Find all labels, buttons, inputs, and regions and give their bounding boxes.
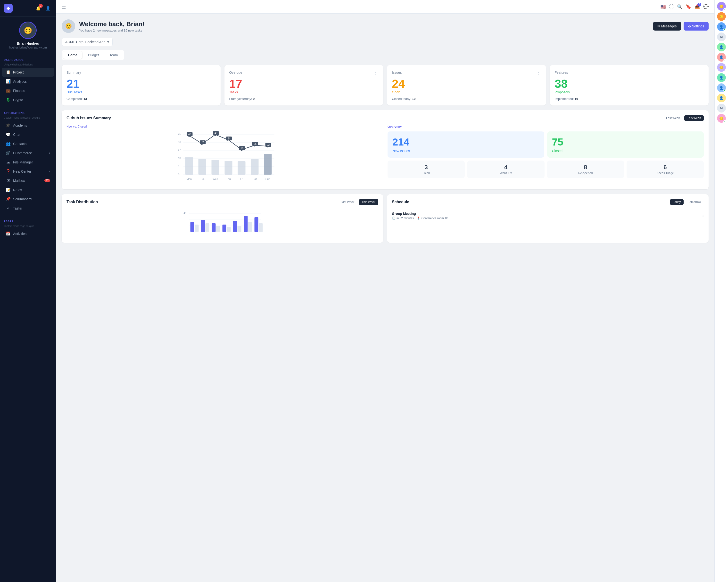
sidebar-item-tasks[interactable]: ✓ Tasks bbox=[2, 204, 54, 213]
right-avatar-8[interactable]: 👤 bbox=[717, 83, 726, 92]
right-avatar-4[interactable]: 👤 bbox=[717, 43, 726, 51]
task-this-week-tab[interactable]: This Week bbox=[359, 199, 378, 205]
helpcenter-arrow: › bbox=[49, 170, 50, 173]
applications-sublabel: Custom made application designs bbox=[0, 116, 56, 120]
welcome-bar: 😊 Welcome back, Brian! You have 2 new me… bbox=[62, 20, 709, 33]
right-avatar-0[interactable]: 😊 bbox=[717, 2, 726, 11]
svg-rect-62 bbox=[244, 216, 248, 232]
triage-num: 6 bbox=[630, 164, 700, 171]
right-sidebar: 😊 😐 👤 M 👤 👤 😊 👤 👤 👤 M 😊 bbox=[714, 0, 728, 582]
right-avatar-7[interactable]: 👤 bbox=[717, 73, 726, 82]
search-icon[interactable]: 🔍 bbox=[677, 4, 682, 9]
sidebar-item-label: Crypto bbox=[13, 98, 23, 102]
sidebar-item-contacts[interactable]: 👥 Contacts bbox=[2, 139, 54, 148]
welcome-subtitle: You have 2 new messages and 15 new tasks bbox=[79, 29, 145, 32]
sidebar-item-activities[interactable]: 📅 Activities bbox=[2, 229, 54, 238]
settings-button[interactable]: ⚙ Settings bbox=[683, 22, 709, 31]
sidebar-item-label: Project bbox=[13, 70, 24, 74]
right-avatar-9[interactable]: 👤 bbox=[717, 93, 726, 102]
project-selector[interactable]: ACME Corp. Backend App ▾ bbox=[62, 38, 112, 46]
schedule-arrow-icon[interactable]: › bbox=[703, 214, 704, 218]
right-avatar-5[interactable]: 👤 bbox=[717, 53, 726, 62]
summary-menu-button[interactable]: ⋮ bbox=[211, 70, 216, 75]
right-avatar-10[interactable]: M bbox=[717, 104, 726, 113]
schedule-tabs: Today Tomorrow bbox=[670, 199, 704, 205]
svg-rect-13 bbox=[199, 159, 206, 175]
right-avatar-6[interactable]: 😊 bbox=[717, 63, 726, 72]
stat-title-features: Features bbox=[555, 71, 568, 75]
user-icon-button[interactable]: 👤 bbox=[44, 4, 52, 12]
sidebar-item-label: Activities bbox=[13, 232, 26, 236]
svg-text:34: 34 bbox=[228, 137, 231, 140]
svg-rect-12 bbox=[185, 157, 193, 175]
sidebar-item-chat[interactable]: 💬 Chat bbox=[2, 130, 54, 139]
scrumboard-icon: 📌 bbox=[6, 197, 11, 201]
task-dist-chart: 40 bbox=[67, 209, 378, 238]
fullscreen-icon[interactable]: ⛶ bbox=[669, 4, 674, 9]
sidebar-item-academy[interactable]: 🎓 Academy bbox=[2, 121, 54, 130]
closed-issues-card: 75 Closed bbox=[547, 132, 704, 158]
triage-label: Needs Triage bbox=[630, 171, 700, 175]
sidebar-item-label: Tasks bbox=[13, 206, 22, 210]
sidebar-item-label: Chat bbox=[13, 133, 20, 137]
mailbox-icon: ✉ bbox=[6, 178, 11, 183]
issues-chart-svg: 45 36 27 18 9 0 bbox=[67, 130, 383, 184]
tab-team[interactable]: Team bbox=[105, 51, 123, 59]
stat-number-summary: 21 bbox=[67, 78, 216, 90]
schedule-tomorrow-tab[interactable]: Tomorrow bbox=[685, 199, 704, 205]
pages-section: PAGES Custom made page designs 📅 Activit… bbox=[0, 216, 56, 241]
chat-icon[interactable]: 💬 bbox=[703, 4, 709, 9]
applications-label: APPLICATIONS bbox=[0, 110, 56, 116]
issues-menu-button[interactable]: ⋮ bbox=[536, 70, 541, 75]
right-avatar-11[interactable]: 😊 bbox=[717, 114, 726, 123]
svg-rect-53 bbox=[195, 225, 199, 232]
sidebar-item-mailbox[interactable]: ✉ Mailbox 27 bbox=[2, 176, 54, 185]
svg-text:20: 20 bbox=[241, 147, 244, 149]
sidebar-item-analytics[interactable]: 📊 Analytics bbox=[2, 77, 54, 86]
tab-budget[interactable]: Budget bbox=[83, 51, 104, 59]
github-chart: New vs. Closed 45 36 27 18 9 0 bbox=[67, 125, 383, 185]
sidebar-item-crypto[interactable]: 💲 Crypto bbox=[2, 95, 54, 104]
sidebar-item-filemanager[interactable]: ☁ File Manager bbox=[2, 158, 54, 167]
user-email: hughes.brian@company.com bbox=[4, 46, 52, 49]
tab-home[interactable]: Home bbox=[63, 51, 82, 59]
stats-grid: Summary ⋮ 21 Due Tasks Completed: 13 Ove… bbox=[62, 65, 709, 106]
features-menu-button[interactable]: ⋮ bbox=[699, 70, 704, 75]
schedule-today-tab[interactable]: Today bbox=[670, 199, 683, 205]
mini-stat-fixed: 3 Fixed bbox=[388, 161, 465, 178]
stat-title-summary: Summary bbox=[67, 71, 81, 75]
stat-sub-overdue: From yesterday: 9 bbox=[229, 97, 379, 101]
sidebar-item-finance[interactable]: 💼 Finance bbox=[2, 86, 54, 95]
sidebar-item-label: Academy bbox=[13, 123, 27, 127]
main-content: 😊 Welcome back, Brian! You have 2 new me… bbox=[56, 13, 714, 582]
task-last-week-tab[interactable]: Last Week bbox=[338, 199, 357, 205]
sidebar-item-notes[interactable]: 📝 Notes bbox=[2, 185, 54, 194]
new-issues-card: 214 New Issues bbox=[388, 132, 544, 158]
flag-icon[interactable]: 🇺🇸 bbox=[660, 4, 666, 9]
sidebar-item-scrumboard[interactable]: 📌 Scrumboard bbox=[2, 194, 54, 203]
overdue-menu-button[interactable]: ⋮ bbox=[373, 70, 378, 75]
stat-label-summary: Due Tasks bbox=[67, 90, 216, 94]
github-this-week-tab[interactable]: This Week bbox=[684, 115, 704, 121]
messages-button[interactable]: ✉ Messages bbox=[653, 22, 681, 31]
github-last-week-tab[interactable]: Last Week bbox=[663, 115, 683, 121]
sidebar-item-ecommerce[interactable]: 🛒 ECommerce › bbox=[2, 148, 54, 157]
welcome-actions: ✉ Messages ⚙ Settings bbox=[653, 22, 709, 31]
stat-sub-features: Implemented: 16 bbox=[555, 97, 704, 101]
menu-button[interactable]: ☰ bbox=[62, 4, 66, 10]
dashboards-sublabel: Unique dashboard designs bbox=[0, 63, 56, 67]
analytics-icon: 📊 bbox=[6, 79, 11, 84]
bookmark-icon[interactable]: 🔖 bbox=[686, 4, 691, 9]
sidebar-item-helpcenter[interactable]: ❓ Help Center › bbox=[2, 167, 54, 176]
main-wrapper: ☰ 🇺🇸 ⛶ 🔍 🔖 📥 5 💬 😊 Welcome back, Brian! … bbox=[56, 0, 714, 582]
ecommerce-icon: 🛒 bbox=[6, 150, 11, 155]
logo-icon[interactable]: ◆ bbox=[4, 4, 12, 12]
right-avatar-1[interactable]: 😐 bbox=[717, 12, 726, 21]
notifications-button[interactable]: 🔔 3 bbox=[34, 4, 42, 12]
sidebar-item-project[interactable]: 📋 Project bbox=[2, 68, 54, 77]
inbox-icon[interactable]: 📥 5 bbox=[695, 4, 700, 9]
schedule-item-title: Group Meeting bbox=[392, 212, 448, 216]
svg-rect-14 bbox=[212, 160, 219, 175]
right-avatar-3[interactable]: M bbox=[717, 32, 726, 41]
right-avatar-2[interactable]: 👤 bbox=[717, 22, 726, 31]
